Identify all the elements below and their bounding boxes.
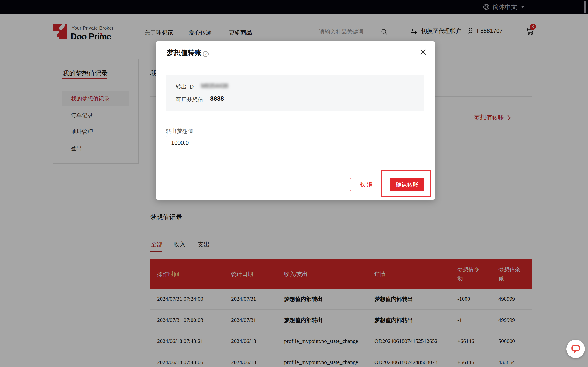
close-icon[interactable] [420, 49, 426, 55]
help-icon[interactable]: ? [203, 51, 208, 57]
modal-divider [166, 65, 424, 65]
transfer-info-box: 转出 ID M8354438 可用梦想值 8888 [166, 75, 424, 111]
transfer-out-id-label: 转出 ID [176, 83, 194, 90]
cancel-button[interactable]: 取 消 [350, 178, 382, 191]
available-dream-value-label: 可用梦想值 [176, 96, 203, 103]
live-chat-button[interactable] [566, 340, 585, 358]
available-dream-value: 8888 [210, 95, 224, 102]
chat-bubble-icon [570, 344, 581, 354]
modal-title: 梦想值转账 [167, 48, 201, 58]
transfer-amount-input[interactable] [166, 136, 424, 149]
transfer-out-id-value-blurred: M8354438 [201, 83, 228, 89]
transfer-amount-label: 转出梦想值 [166, 127, 193, 135]
highlight-annotation-box [380, 170, 431, 197]
